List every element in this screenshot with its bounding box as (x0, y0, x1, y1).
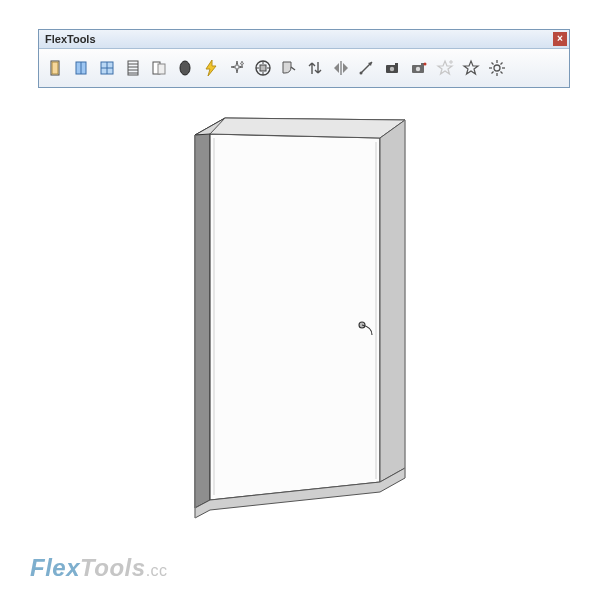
close-icon[interactable]: × (553, 32, 567, 46)
svg-marker-33 (464, 61, 478, 74)
flexsliding-icon (150, 59, 168, 77)
svg-rect-25 (395, 63, 398, 66)
svg-marker-19 (343, 63, 348, 73)
door-model (0, 90, 600, 550)
svg-marker-18 (334, 63, 339, 73)
component-finder-button[interactable] (251, 56, 275, 80)
svg-rect-17 (260, 65, 266, 71)
svg-line-42 (492, 72, 494, 74)
svg-rect-13 (158, 64, 165, 74)
flip-icon (332, 59, 350, 77)
flexslats-button[interactable] (121, 56, 145, 80)
svg-rect-28 (421, 63, 424, 66)
flexwindow-grid-icon (98, 59, 116, 77)
svg-rect-1 (52, 62, 58, 74)
svg-marker-48 (380, 120, 405, 482)
wallcutter-icon (280, 59, 298, 77)
camera-2-icon (410, 59, 428, 77)
sparkle-button[interactable] (225, 56, 249, 80)
toolbar-row (39, 49, 569, 87)
svg-marker-47 (210, 118, 405, 138)
svg-line-39 (492, 63, 494, 65)
sparkle-icon (228, 59, 246, 77)
svg-point-14 (180, 61, 190, 75)
camera-1-button[interactable] (381, 56, 405, 80)
svg-line-40 (501, 72, 503, 74)
favorite-icon (462, 59, 480, 77)
toolbar-titlebar[interactable]: FlexTools × (39, 30, 569, 49)
favorite-add-button[interactable] (433, 56, 457, 80)
component-finder-icon (254, 59, 272, 77)
flexwindow-grid-button[interactable] (95, 56, 119, 80)
flexwindow-icon (72, 59, 90, 77)
flexdoor-button[interactable] (43, 56, 67, 80)
settings-button[interactable] (485, 56, 509, 80)
flexwindow-button[interactable] (69, 56, 93, 80)
svg-marker-15 (206, 60, 216, 76)
favorite-button[interactable] (459, 56, 483, 80)
logo-tools: Tools (80, 554, 146, 581)
wallcutter-button[interactable] (277, 56, 301, 80)
model-viewport[interactable] (0, 90, 600, 550)
flextools-logo: FlexTools.cc (30, 554, 168, 582)
svg-point-27 (416, 67, 420, 71)
svg-marker-45 (195, 134, 210, 508)
flexoval-icon (176, 59, 194, 77)
elevation-arrows-button[interactable] (303, 56, 327, 80)
svg-point-22 (360, 72, 363, 75)
flexsliding-button[interactable] (147, 56, 171, 80)
elevation-arrows-icon (306, 59, 324, 77)
flexdoor-icon (46, 59, 64, 77)
camera-2-button[interactable] (407, 56, 431, 80)
camera-1-icon (384, 59, 402, 77)
extend-icon (358, 59, 376, 77)
logo-flex: Flex (30, 554, 80, 581)
svg-point-34 (494, 65, 500, 71)
flexoval-button[interactable] (173, 56, 197, 80)
extend-button[interactable] (355, 56, 379, 80)
settings-icon (488, 59, 506, 77)
svg-marker-46 (210, 134, 380, 500)
logo-cc: .cc (146, 562, 168, 579)
flip-button[interactable] (329, 56, 353, 80)
svg-line-41 (501, 63, 503, 65)
favorite-add-icon (436, 59, 454, 77)
svg-point-29 (424, 63, 427, 66)
flexslats-icon (124, 59, 142, 77)
flextools-toolbar-window: FlexTools × (38, 29, 570, 88)
svg-marker-30 (438, 61, 452, 74)
svg-point-24 (390, 67, 394, 71)
toolbar-title: FlexTools (45, 33, 96, 45)
zap-icon (202, 59, 220, 77)
zap-button[interactable] (199, 56, 223, 80)
